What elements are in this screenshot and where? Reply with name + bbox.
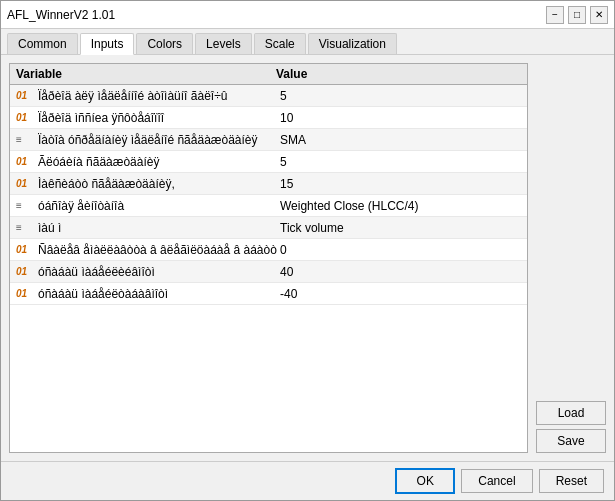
row-value: Tick volume [280, 221, 521, 235]
close-button[interactable]: ✕ [590, 6, 608, 24]
tab-inputs[interactable]: Inputs [80, 33, 135, 55]
table-row[interactable]: 01 Ñâàëåâ åìàëëàâòòà â âëåãìëöàáàå â àáà… [10, 239, 527, 261]
title-bar: AFL_WinnerV2 1.01 − □ ✕ [1, 1, 614, 29]
maximize-button[interactable]: □ [568, 6, 586, 24]
table-row[interactable]: 01 óñàáàü ìàáåéëòàáàâìîòì -40 [10, 283, 527, 305]
row-icon: ≡ [16, 200, 34, 211]
side-button-panel: Load Save [536, 63, 606, 453]
row-icon: 01 [16, 288, 34, 299]
content-area: Variable Value 01 Ïåðèîä àëÿ ìåäëåííîé à… [1, 55, 614, 461]
tab-levels[interactable]: Levels [195, 33, 252, 54]
row-value: 0 [280, 243, 521, 257]
ok-button[interactable]: OK [395, 468, 455, 494]
reset-button[interactable]: Reset [539, 469, 604, 493]
row-variable: óáñîàÿ åèíîòàíîà [38, 199, 280, 213]
tab-bar: Common Inputs Colors Levels Scale Visual… [1, 29, 614, 55]
load-button[interactable]: Load [536, 401, 606, 425]
table-row[interactable]: 01 Ãëóáèíà ñãäàæòäàíèÿ 5 [10, 151, 527, 173]
row-value: 15 [280, 177, 521, 191]
row-variable: Ïåðèîä ìññíea ÿñôòåáîïîî [38, 111, 280, 125]
row-variable: Ïåðèîä àëÿ ìåäëåííîé àòîìàüíî ãàëî÷û [38, 89, 280, 103]
row-value: SMA [280, 133, 521, 147]
row-value: -40 [280, 287, 521, 301]
main-window: AFL_WinnerV2 1.01 − □ ✕ Common Inputs Co… [0, 0, 615, 501]
header-variable: Variable [16, 67, 276, 81]
table-row[interactable]: 01 Ìàêñèáòò ñãåäàæòäàíèÿ, 15 [10, 173, 527, 195]
table-row[interactable]: ≡ Ïàòîà óñðåäíàíèÿ ìåäëåíîé ñãåäàæòäàíèÿ… [10, 129, 527, 151]
window-controls: − □ ✕ [546, 6, 608, 24]
row-variable: ìàú ì [38, 221, 280, 235]
table-row[interactable]: ≡ óáñîàÿ åèíîòàíîà Weighted Close (HLCC/… [10, 195, 527, 217]
table-row[interactable]: 01 Ïåðèîä ìññíea ÿñôòåáîïîî 10 [10, 107, 527, 129]
row-variable: Ñâàëåâ åìàëëàâòòà â âëåãìëöàáàå â àáàòò [38, 243, 280, 257]
header-value: Value [276, 67, 521, 81]
table-row[interactable]: 01 Ïåðèîä àëÿ ìåäëåííîé àòîìàüíî ãàëî÷û … [10, 85, 527, 107]
row-icon: 01 [16, 244, 34, 255]
tab-scale[interactable]: Scale [254, 33, 306, 54]
row-icon: 01 [16, 266, 34, 277]
data-table: Variable Value 01 Ïåðèîä àëÿ ìåäëåííîé à… [9, 63, 528, 453]
row-icon: ≡ [16, 134, 34, 145]
row-value: Weighted Close (HLCC/4) [280, 199, 521, 213]
row-value: 5 [280, 89, 521, 103]
table-row[interactable]: 01 óñàáàü ìàáåéëèéâìîòì 40 [10, 261, 527, 283]
row-icon: 01 [16, 112, 34, 123]
row-variable: Ãëóáèíà ñãäàæòäàíèÿ [38, 155, 280, 169]
bottom-bar: OK Cancel Reset [1, 461, 614, 500]
cancel-button[interactable]: Cancel [461, 469, 532, 493]
row-icon: 01 [16, 178, 34, 189]
row-icon: 01 [16, 90, 34, 101]
row-variable: Ìàêñèáòò ñãåäàæòäàíèÿ, [38, 177, 280, 191]
minimize-button[interactable]: − [546, 6, 564, 24]
row-variable: óñàáàü ìàáåéëòàáàâìîòì [38, 287, 280, 301]
row-variable: óñàáàü ìàáåéëèéâìîòì [38, 265, 280, 279]
tab-visualization[interactable]: Visualization [308, 33, 397, 54]
tab-common[interactable]: Common [7, 33, 78, 54]
save-button[interactable]: Save [536, 429, 606, 453]
table-row[interactable]: ≡ ìàú ì Tick volume [10, 217, 527, 239]
row-icon: ≡ [16, 222, 34, 233]
row-value: 40 [280, 265, 521, 279]
row-value: 5 [280, 155, 521, 169]
row-icon: 01 [16, 156, 34, 167]
table-header: Variable Value [10, 64, 527, 85]
tab-colors[interactable]: Colors [136, 33, 193, 54]
row-variable: Ïàòîà óñðåäíàíèÿ ìåäëåíîé ñãåäàæòäàíèÿ [38, 133, 280, 147]
window-title: AFL_WinnerV2 1.01 [7, 8, 115, 22]
row-value: 10 [280, 111, 521, 125]
